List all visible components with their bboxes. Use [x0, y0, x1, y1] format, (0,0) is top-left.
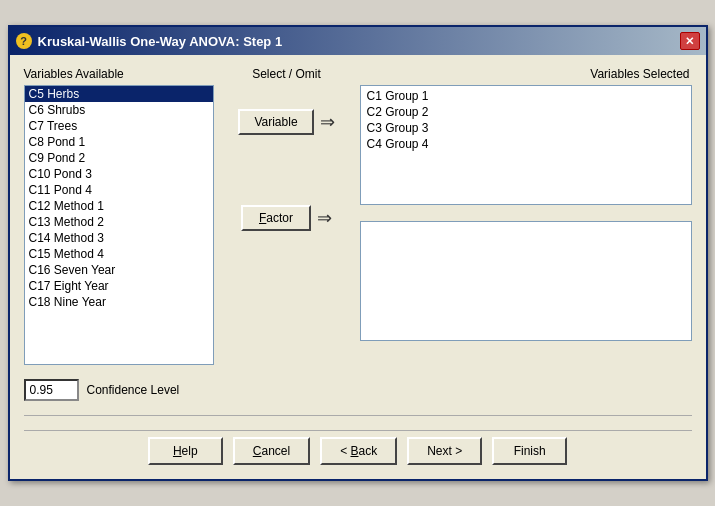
window-icon: ?: [16, 33, 32, 49]
factor-group: Factor ⇒: [241, 205, 332, 231]
list-item[interactable]: C11 Pond 4: [25, 182, 213, 198]
right-panel: Variables Selected C1 Group 1 C2 Group 2…: [360, 67, 692, 341]
selected-item[interactable]: C3 Group 3: [365, 120, 687, 136]
title-bar-left: ? Kruskal-Wallis One-Way ANOVA: Step 1: [16, 33, 283, 49]
back-button[interactable]: < Back: [320, 437, 397, 465]
variables-label: Variables Available: [24, 67, 214, 81]
title-bar: ? Kruskal-Wallis One-Way ANOVA: Step 1 ✕: [10, 27, 706, 55]
selected-item[interactable]: C2 Group 2: [365, 104, 687, 120]
list-item[interactable]: C5 Herbs: [25, 86, 213, 102]
selected-item[interactable]: C1 Group 1: [365, 88, 687, 104]
factor-button[interactable]: Factor: [241, 205, 311, 231]
list-item[interactable]: C12 Method 1: [25, 198, 213, 214]
next-button[interactable]: Next >: [407, 437, 482, 465]
footer-buttons: Help Cancel < Back Next > Finish: [24, 430, 692, 469]
confidence-input[interactable]: [24, 379, 79, 401]
select-omit-label: Select / Omit: [252, 67, 321, 81]
close-button[interactable]: ✕: [680, 32, 700, 50]
list-item[interactable]: C6 Shrubs: [25, 102, 213, 118]
factor-arrow: ⇒: [317, 209, 332, 227]
confidence-label: Confidence Level: [87, 383, 180, 397]
list-item[interactable]: C8 Pond 1: [25, 134, 213, 150]
list-item[interactable]: C7 Trees: [25, 118, 213, 134]
main-window: ? Kruskal-Wallis One-Way ANOVA: Step 1 ✕…: [8, 25, 708, 481]
main-content: Variables Available C5 Herbs C6 Shrubs C…: [24, 67, 692, 365]
variables-selected-box[interactable]: C1 Group 1 C2 Group 2 C3 Group 3 C4 Grou…: [360, 85, 692, 205]
selected-item[interactable]: C4 Group 4: [365, 136, 687, 152]
factor-selected-box[interactable]: [360, 221, 692, 341]
cancel-button[interactable]: Cancel: [233, 437, 310, 465]
window-title: Kruskal-Wallis One-Way ANOVA: Step 1: [38, 34, 283, 49]
variables-listbox[interactable]: C5 Herbs C6 Shrubs C7 Trees C8 Pond 1 C9…: [24, 85, 214, 365]
confidence-row: Confidence Level: [24, 379, 692, 401]
finish-button[interactable]: Finish: [492, 437, 567, 465]
variables-selected-label: Variables Selected: [360, 67, 692, 81]
middle-section: Select / Omit Variable ⇒ Factor ⇒: [222, 67, 352, 231]
help-button[interactable]: Help: [148, 437, 223, 465]
variable-button[interactable]: Variable: [238, 109, 313, 135]
list-item[interactable]: C16 Seven Year: [25, 262, 213, 278]
window-body: Variables Available C5 Herbs C6 Shrubs C…: [10, 55, 706, 479]
list-item[interactable]: C13 Method 2: [25, 214, 213, 230]
list-item[interactable]: C10 Pond 3: [25, 166, 213, 182]
list-item[interactable]: C18 Nine Year: [25, 294, 213, 310]
list-item[interactable]: C15 Method 4: [25, 246, 213, 262]
list-item[interactable]: C14 Method 3: [25, 230, 213, 246]
separator: [24, 415, 692, 416]
list-item[interactable]: C9 Pond 2: [25, 150, 213, 166]
variable-arrow: ⇒: [320, 113, 335, 131]
list-item[interactable]: C17 Eight Year: [25, 278, 213, 294]
variable-group: Variable ⇒: [238, 109, 334, 135]
variables-section: Variables Available C5 Herbs C6 Shrubs C…: [24, 67, 214, 365]
